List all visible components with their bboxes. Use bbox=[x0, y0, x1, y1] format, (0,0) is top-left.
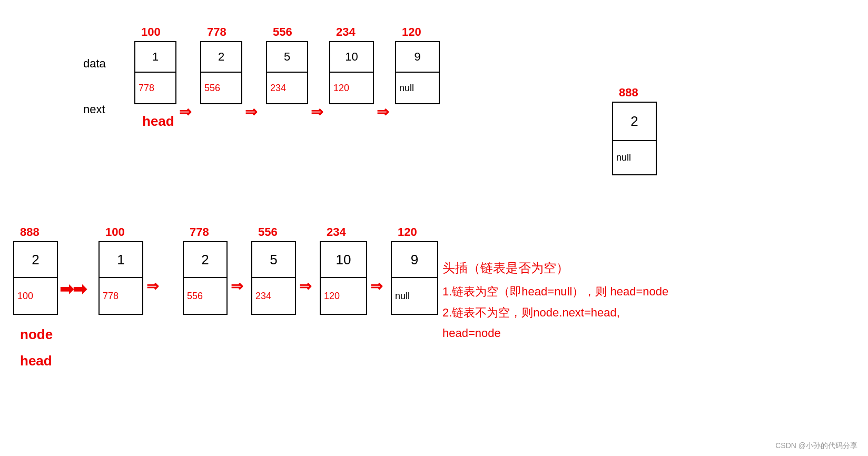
node-1-bot: 1 778 bbox=[98, 241, 143, 315]
arrow-3-bot: ⇒ bbox=[299, 277, 311, 295]
node-2-data: 2 bbox=[201, 42, 241, 73]
addr-100-top: 100 bbox=[141, 25, 161, 39]
arrow-1-bot: ⇒ bbox=[146, 277, 159, 295]
next-label: next bbox=[83, 103, 105, 116]
diagram-container: data next 100 1 778 head ⇒ 778 2 556 ⇒ 5… bbox=[0, 0, 868, 456]
node-4-top: 10 120 bbox=[329, 41, 374, 104]
node-1-bot-data: 1 bbox=[100, 242, 142, 278]
node-side-next: null bbox=[613, 141, 656, 174]
node-3-next: 234 bbox=[267, 73, 307, 103]
explanation-title: 头插（链表是否为空） bbox=[442, 258, 668, 278]
node-1-data: 1 bbox=[135, 42, 175, 73]
node-4-next: 120 bbox=[330, 73, 373, 103]
data-label: data bbox=[83, 57, 106, 71]
arrow-2-bot: ⇒ bbox=[231, 277, 243, 295]
addr-888-side: 888 bbox=[619, 86, 638, 100]
node-5-top: 9 null bbox=[395, 41, 440, 104]
arrow-2-top: ⇒ bbox=[245, 103, 257, 121]
addr-120-top: 120 bbox=[402, 25, 421, 39]
node-2-bot-next: 556 bbox=[184, 278, 226, 314]
addr-234-bot: 234 bbox=[327, 225, 346, 239]
explanation-block: 头插（链表是否为空） 1.链表为空（即head=null），则 head=nod… bbox=[442, 258, 668, 342]
node-side: 2 null bbox=[612, 102, 657, 175]
node-3-data: 5 bbox=[267, 42, 307, 73]
node-2-bot: 2 556 bbox=[183, 241, 228, 315]
node-0-bot-next: 100 bbox=[14, 278, 57, 314]
addr-234-top: 234 bbox=[336, 25, 356, 39]
thick-arrow-bot: ➡➡ bbox=[60, 279, 86, 299]
node-5-bot-next: null bbox=[392, 278, 437, 314]
node-4-data: 10 bbox=[330, 42, 373, 73]
node-side-data: 2 bbox=[613, 103, 656, 141]
node-2-top: 2 556 bbox=[200, 41, 242, 104]
addr-120-bot: 120 bbox=[398, 225, 417, 239]
node-4-bot: 10 120 bbox=[320, 241, 367, 315]
node-0-bot: 2 100 bbox=[13, 241, 58, 315]
explanation-line3: head=node bbox=[442, 324, 668, 342]
node-5-bot-data: 9 bbox=[392, 242, 437, 278]
arrow-1-top: ⇒ bbox=[179, 103, 191, 121]
addr-100-bot: 100 bbox=[105, 225, 125, 239]
node-5-next: null bbox=[396, 73, 439, 103]
node-label-bot: node bbox=[20, 326, 53, 343]
node-1-bot-next: 778 bbox=[100, 278, 142, 314]
addr-556-bot: 556 bbox=[258, 225, 278, 239]
node-2-bot-data: 2 bbox=[184, 242, 226, 278]
arrow-3-top: ⇒ bbox=[311, 103, 323, 121]
node-5-bot: 9 null bbox=[391, 241, 438, 315]
explanation-line2: 2.链表不为空，则node.next=head, bbox=[442, 303, 668, 322]
node-3-bot-data: 5 bbox=[252, 242, 295, 278]
node-4-bot-next: 120 bbox=[321, 278, 366, 314]
node-4-bot-data: 10 bbox=[321, 242, 366, 278]
node-1-top: 1 778 bbox=[134, 41, 176, 104]
node-2-next: 556 bbox=[201, 73, 241, 103]
addr-778-bot: 778 bbox=[190, 225, 209, 239]
node-0-bot-data: 2 bbox=[14, 242, 57, 278]
arrow-4-bot: ⇒ bbox=[370, 277, 382, 295]
arrow-4-top: ⇒ bbox=[377, 103, 389, 121]
addr-888-bot: 888 bbox=[20, 225, 40, 239]
addr-556-top: 556 bbox=[273, 25, 292, 39]
node-3-bot-next: 234 bbox=[252, 278, 295, 314]
explanation-line1: 1.链表为空（即head=null），则 head=node bbox=[442, 282, 668, 301]
node-5-data: 9 bbox=[396, 42, 439, 73]
head-label-top: head bbox=[142, 113, 174, 130]
head-label-bot: head bbox=[20, 353, 52, 369]
node-3-top: 5 234 bbox=[266, 41, 308, 104]
watermark: CSDN @小孙的代码分享 bbox=[775, 441, 857, 451]
node-1-next: 778 bbox=[135, 73, 175, 103]
addr-778-top: 778 bbox=[207, 25, 226, 39]
node-3-bot: 5 234 bbox=[251, 241, 296, 315]
